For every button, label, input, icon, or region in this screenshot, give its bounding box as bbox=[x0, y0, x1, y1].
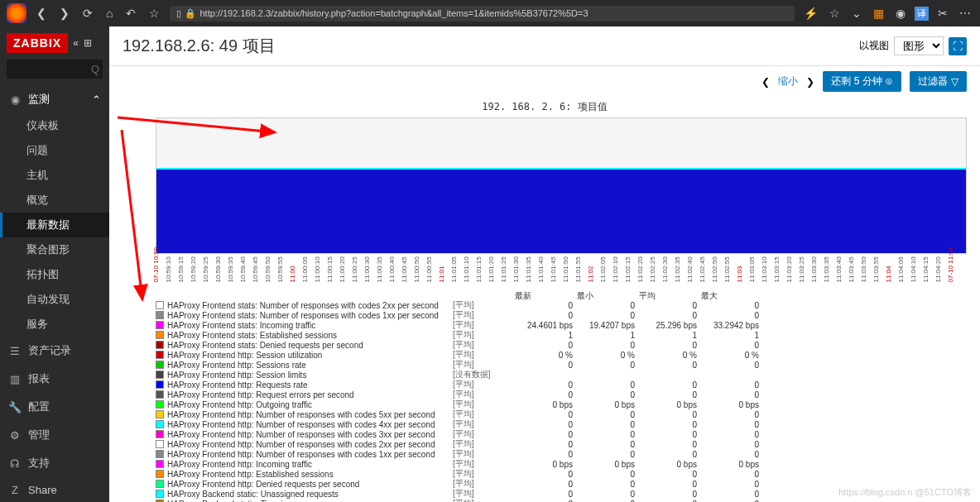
legend-min: 0 bbox=[573, 500, 635, 503]
x-tick: 11:01:35 bbox=[525, 256, 532, 282]
sidebar: ZABBIX « ⊞ Q ◉ 监测 ⌃ 仪表板 问题 主机 概览 最新数据 聚合… bbox=[0, 26, 109, 502]
legend-color-icon bbox=[156, 390, 164, 399]
x-tick: 11:00:15 bbox=[326, 256, 334, 282]
legend-row: HAProxy Frontend http: Number of respons… bbox=[156, 439, 967, 449]
legend: 最新 最小 平均 最大 HAProxy Frontend stats: Numb… bbox=[109, 287, 980, 502]
flash-icon[interactable]: ⚡ bbox=[801, 7, 820, 20]
legend-latest: 0 bbox=[511, 480, 573, 489]
x-tick: 11:01:05 bbox=[450, 256, 458, 282]
chart-plot[interactable] bbox=[156, 117, 967, 254]
x-tick: 11:00:45 bbox=[401, 256, 408, 282]
legend-row: HAProxy Frontend http: Established sessi… bbox=[156, 469, 967, 479]
legend-max: 0 bbox=[697, 480, 759, 489]
legend-color-icon bbox=[156, 341, 164, 349]
nav-support[interactable]: ☊支持 bbox=[0, 449, 109, 477]
view-select[interactable]: 图形 bbox=[894, 36, 944, 55]
legend-color-icon bbox=[156, 301, 164, 309]
sidebar-item-overview[interactable]: 概览 bbox=[0, 188, 109, 213]
legend-item-name: HAProxy Backend static: Unassigned reque… bbox=[167, 490, 453, 499]
legend-item-name: HAProxy Backend static: Time in queue bbox=[167, 500, 453, 503]
fullscreen-button[interactable]: ⛶ bbox=[949, 37, 967, 55]
legend-item-name: HAProxy Frontend http: Established sessi… bbox=[167, 470, 453, 479]
zabbix-logo[interactable]: ZABBIX bbox=[7, 33, 68, 53]
legend-latest: 1 bbox=[511, 331, 573, 340]
legend-row: HAProxy Frontend http: Number of respons… bbox=[156, 419, 967, 429]
home-icon[interactable]: ⌂ bbox=[103, 7, 116, 20]
browser-toolbar: ❮ ❯ ⟳ ⌂ ↶ ☆ ▯ 🔒 http://192.168.2.3/zabbi… bbox=[0, 0, 980, 26]
legend-min: 0 bps bbox=[573, 400, 635, 409]
collapse-icon[interactable]: « bbox=[73, 37, 79, 49]
legend-item-name: HAProxy Frontend stats: Number of respon… bbox=[167, 311, 453, 320]
forward-icon[interactable]: ❯ bbox=[56, 7, 73, 20]
reload-icon[interactable]: ⟳ bbox=[79, 7, 96, 20]
star-icon[interactable]: ☆ bbox=[146, 7, 163, 20]
url-input[interactable]: ▯ 🔒 http://192.168.2.3/zabbix/history.ph… bbox=[170, 6, 795, 22]
time-button[interactable]: 还剩 5 分钟 ⊙ bbox=[823, 71, 901, 92]
zoom-out-link[interactable]: 缩小 bbox=[778, 74, 798, 88]
legend-avg: 1 bbox=[635, 331, 697, 340]
legend-avg: 0 bbox=[635, 450, 697, 459]
x-tick: 11:01:20 bbox=[488, 256, 495, 282]
scissors-icon[interactable]: ✂ bbox=[935, 7, 950, 20]
sidebar-item-screens[interactable]: 聚合图形 bbox=[0, 237, 109, 262]
nav-share[interactable]: ZShare bbox=[0, 477, 109, 502]
sidebar-item-latest-data[interactable]: 最新数据 bbox=[0, 213, 109, 237]
legend-color-icon bbox=[156, 430, 164, 438]
legend-min: 0 bbox=[573, 440, 635, 449]
nav-inventory[interactable]: ☰资产记录 bbox=[0, 337, 109, 365]
legend-min: 0 bbox=[573, 361, 635, 370]
legend-avg: 0 bbox=[635, 430, 697, 439]
nav-reports[interactable]: ▥报表 bbox=[0, 365, 109, 393]
legend-avg: 0 bps bbox=[635, 400, 697, 409]
x-tick: 11:03:40 bbox=[835, 256, 843, 282]
legend-latest: 0 bbox=[511, 311, 573, 320]
legend-latest: 0 bbox=[511, 361, 573, 370]
legend-item-name: HAProxy Frontend http: Outgoing traffic bbox=[167, 400, 453, 409]
legend-latest: 0 bbox=[511, 410, 573, 419]
chart-container: 192. 168. 2. 6: 项目值 2.0 K 1.5 K 1.0 K 0.… bbox=[109, 97, 980, 287]
pin-icon[interactable]: ⊞ bbox=[84, 37, 92, 49]
filter-button[interactable]: 过滤器 ▽ bbox=[910, 71, 967, 92]
legend-latest: 0 bbox=[511, 301, 573, 310]
translate-icon[interactable]: 译 bbox=[915, 7, 929, 21]
legend-color-icon bbox=[156, 321, 164, 329]
nav-right-icon[interactable]: ❯ bbox=[806, 76, 814, 88]
x-tick: 11:01:40 bbox=[537, 256, 545, 282]
nav-monitoring[interactable]: ◉ 监测 ⌃ bbox=[0, 85, 109, 113]
legend-min: 0 bbox=[573, 380, 635, 390]
legend-latest: 0 bps bbox=[511, 400, 573, 409]
search-input[interactable]: Q bbox=[7, 60, 103, 79]
legend-latest: 0 bbox=[511, 390, 573, 399]
sidebar-item-problems[interactable]: 问题 bbox=[0, 138, 109, 163]
legend-item-name: HAProxy Frontend http: Number of respons… bbox=[167, 450, 453, 459]
legend-avg: 0 bbox=[635, 301, 697, 310]
nav-admin[interactable]: ⚙管理 bbox=[0, 421, 109, 449]
x-tick: 11:02:20 bbox=[637, 256, 644, 282]
legend-item-name: HAProxy Frontend stats: Denied requests … bbox=[167, 341, 453, 350]
x-tick: 11:04:15 bbox=[922, 256, 930, 282]
apps-icon[interactable]: ▦ bbox=[871, 7, 886, 20]
list-icon: ☰ bbox=[8, 345, 22, 357]
sidebar-item-discovery[interactable]: 自动发现 bbox=[0, 287, 109, 312]
x-tick: 11:03:15 bbox=[773, 256, 781, 282]
legend-latest: 0 bbox=[511, 430, 573, 439]
sidebar-item-services[interactable]: 服务 bbox=[0, 312, 109, 337]
nav-left-icon[interactable]: ❮ bbox=[761, 76, 770, 88]
bookmark-icon[interactable]: ☆ bbox=[827, 7, 843, 20]
sidebar-item-dashboard[interactable]: 仪表板 bbox=[0, 113, 109, 138]
x-tick: 11:02:45 bbox=[699, 256, 706, 282]
undo-icon[interactable]: ↶ bbox=[122, 7, 139, 20]
nav-config[interactable]: 🔧配置 bbox=[0, 393, 109, 421]
legend-max: 0 bbox=[697, 450, 759, 459]
back-icon[interactable]: ❮ bbox=[33, 7, 50, 20]
x-tick: 11:03:20 bbox=[785, 256, 793, 282]
globe-icon[interactable]: ◉ bbox=[893, 7, 908, 20]
legend-color-icon bbox=[156, 450, 164, 458]
more-icon[interactable]: ⋯ bbox=[957, 7, 973, 20]
sidebar-item-hosts[interactable]: 主机 bbox=[0, 163, 109, 188]
x-tick: 11:01:50 bbox=[562, 256, 569, 282]
chevron-down-icon[interactable]: ⌄ bbox=[849, 7, 864, 20]
legend-max: 0 bps bbox=[697, 400, 759, 409]
sidebar-item-maps[interactable]: 拓扑图 bbox=[0, 262, 109, 287]
legend-color-icon bbox=[156, 311, 164, 319]
